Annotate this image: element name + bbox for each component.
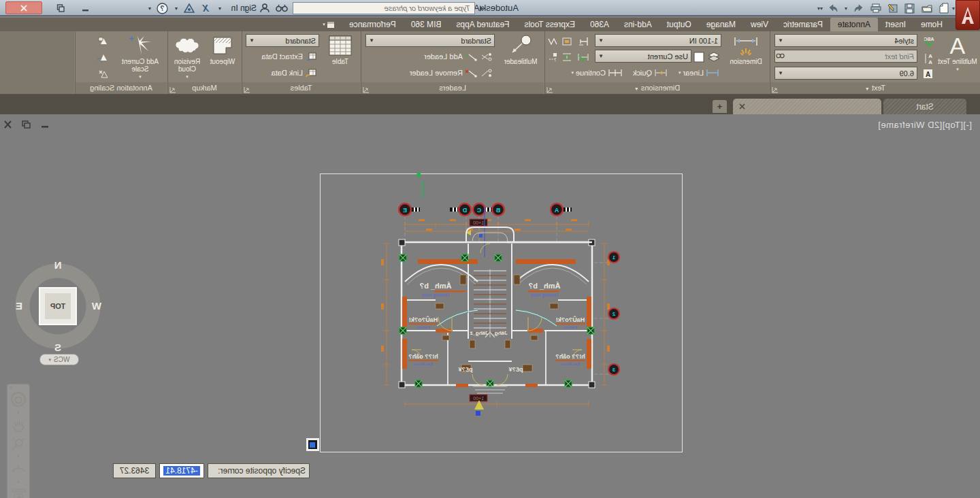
link-data-button[interactable]: Link Data: [270, 66, 319, 80]
panel-label-dimensions[interactable]: Dimensions ▼: [545, 82, 769, 94]
navigation-bar[interactable]: ✕ ▾ ▾ ▾: [7, 384, 30, 498]
mleader-style-combo[interactable]: Standard▼: [365, 34, 495, 47]
text-height-combo[interactable]: 6.09▼: [774, 67, 917, 80]
tab-bim360[interactable]: BIM 360: [404, 18, 449, 31]
dim-jog-button[interactable]: [544, 34, 559, 48]
new-file-button[interactable]: [936, 1, 951, 15]
a360-icon[interactable]: [182, 1, 196, 15]
minimize-button[interactable]: [75, 1, 95, 14]
tab-home[interactable]: Home: [913, 18, 950, 31]
tab-insert[interactable]: Insert: [878, 18, 913, 31]
dim-baseline-button[interactable]: [576, 34, 591, 48]
panel-label-tables[interactable]: Tables: [242, 82, 360, 94]
qat-customize-caret[interactable]: ▾▾: [817, 5, 823, 12]
viewport-controls[interactable]: [-][Top][2D Wireframe]: [878, 120, 972, 130]
viewcube-east[interactable]: E: [16, 300, 22, 312]
drawing-close-icon[interactable]: [3, 120, 12, 129]
dimensions-dialog-launcher[interactable]: [546, 85, 554, 93]
dim-style-combo[interactable]: 1-100 IN▼: [595, 34, 721, 47]
add-leader-button[interactable]: + Add Leader: [422, 50, 495, 63]
tab-parametric[interactable]: Parametric: [776, 18, 830, 31]
viewcube-south[interactable]: S: [54, 342, 61, 353]
remove-leader-button[interactable]: Remove Leader: [408, 66, 495, 80]
find-text-box[interactable]: [774, 50, 917, 63]
dim-update-button[interactable]: [559, 34, 574, 48]
viewcube-north[interactable]: N: [54, 259, 62, 271]
app-menu-caret[interactable]: ▾: [952, 5, 955, 12]
a360-caret[interactable]: ▾: [173, 1, 180, 15]
markup-dialog-launcher[interactable]: [169, 85, 177, 93]
tab-view[interactable]: View: [743, 18, 776, 31]
dynamic-input-y-field[interactable]: 3463.27: [113, 463, 156, 478]
dim-quick-button[interactable]: Quick: [631, 66, 670, 80]
tab-close-icon[interactable]: [738, 103, 746, 110]
plot-button[interactable]: [868, 1, 883, 15]
exchange-apps-icon[interactable]: X: [199, 1, 212, 15]
wcs-menu[interactable]: WCS▾: [39, 354, 79, 365]
steering-wheel-icon[interactable]: [10, 391, 27, 408]
redo-button[interactable]: [826, 1, 840, 15]
new-drawing-tab-button[interactable]: +: [713, 100, 727, 113]
infocenter-collapse-icon[interactable]: [478, 1, 486, 15]
file-tab-drawing[interactable]: [733, 99, 881, 114]
find-text-input[interactable]: [785, 52, 917, 61]
open-file-button[interactable]: [919, 1, 934, 15]
annoscale-list-button[interactable]: [96, 34, 111, 48]
save-button[interactable]: [902, 1, 917, 15]
app-menu-button[interactable]: [956, 0, 980, 30]
dynamic-input-x-field[interactable]: -4718.41: [159, 463, 204, 478]
sign-in-caret[interactable]: ▾: [216, 1, 223, 15]
search-input[interactable]: [293, 4, 474, 12]
help-icon[interactable]: ?: [155, 1, 170, 15]
text-style-combo[interactable]: style4▼: [774, 34, 917, 47]
showmotion-icon[interactable]: [10, 488, 27, 498]
tab-a360[interactable]: A360: [583, 18, 617, 31]
dim-linear-button[interactable]: Linear▾: [676, 66, 721, 80]
tab-output[interactable]: Output: [659, 18, 699, 31]
tab-express-tools[interactable]: Express Tools: [517, 18, 583, 31]
tables-dialog-launcher[interactable]: [244, 85, 251, 93]
panel-label-leaders[interactable]: Leaders: [361, 82, 544, 94]
table-button[interactable]: Table: [323, 33, 358, 81]
viewcube-west[interactable]: W: [91, 300, 101, 312]
annoscale-sync-button[interactable]: [96, 50, 111, 65]
revision-cloud-button[interactable]: Revision Cloud▾: [170, 33, 204, 81]
drawing-canvas[interactable]: [-][Top][2D Wireframe] N W E S TOP WCS▾: [0, 114, 980, 498]
ribbon-minimize-button[interactable]: ▾: [320, 20, 338, 29]
tab-annotate[interactable]: Annotate: [830, 18, 878, 31]
tab-manage[interactable]: Manage: [699, 18, 743, 31]
tab-performance[interactable]: Performance: [342, 18, 404, 31]
spell-check-button[interactable]: ABC: [921, 34, 936, 48]
navbar-close-icon[interactable]: ✕: [9, 385, 14, 391]
undo-button[interactable]: [851, 1, 866, 15]
multiline-text-button[interactable]: A Multiline Text▾: [938, 33, 977, 81]
drawing-restore-icon[interactable]: [22, 120, 31, 129]
text-align-button[interactable]: AA: [921, 51, 936, 65]
search-box[interactable]: [293, 2, 475, 14]
sign-in-button[interactable]: Sign In: [231, 1, 257, 15]
add-current-scale-button[interactable]: + Add Current Scale▾: [119, 33, 161, 81]
help-caret[interactable]: ▾: [146, 1, 153, 15]
table-style-combo[interactable]: Standard▼: [246, 34, 319, 47]
dim-check-button[interactable]: [576, 50, 591, 64]
close-button[interactable]: [5, 1, 42, 14]
pan-hand-icon[interactable]: [11, 418, 26, 433]
drawing-minimize-icon[interactable]: [40, 120, 49, 129]
multileader-button[interactable]: Multileader: [501, 33, 540, 81]
file-tab-start[interactable]: Start: [883, 99, 966, 114]
extract-data-button[interactable]: Extract Data: [259, 50, 319, 63]
dim-continue-button[interactable]: Continue▾: [569, 66, 625, 80]
tab-addins[interactable]: Add-ins: [617, 18, 659, 31]
dimension-button[interactable]: Dimension: [726, 33, 766, 81]
text-dialog-launcher[interactable]: [772, 85, 779, 93]
search-binoculars-icon[interactable]: [274, 1, 290, 15]
leaders-dialog-launcher[interactable]: [363, 85, 370, 93]
panel-label-annotation-scaling[interactable]: Annotation Scaling: [76, 82, 167, 94]
dim-layer-swatch[interactable]: [691, 50, 706, 64]
orbit-icon[interactable]: [10, 462, 27, 477]
zoom-extents-icon[interactable]: [11, 436, 26, 451]
undo-caret[interactable]: ▾: [843, 5, 849, 12]
save-as-button[interactable]: [885, 1, 900, 15]
viewcube-top-face[interactable]: TOP: [50, 302, 65, 310]
wipeout-button[interactable]: Wipeout: [206, 33, 240, 81]
